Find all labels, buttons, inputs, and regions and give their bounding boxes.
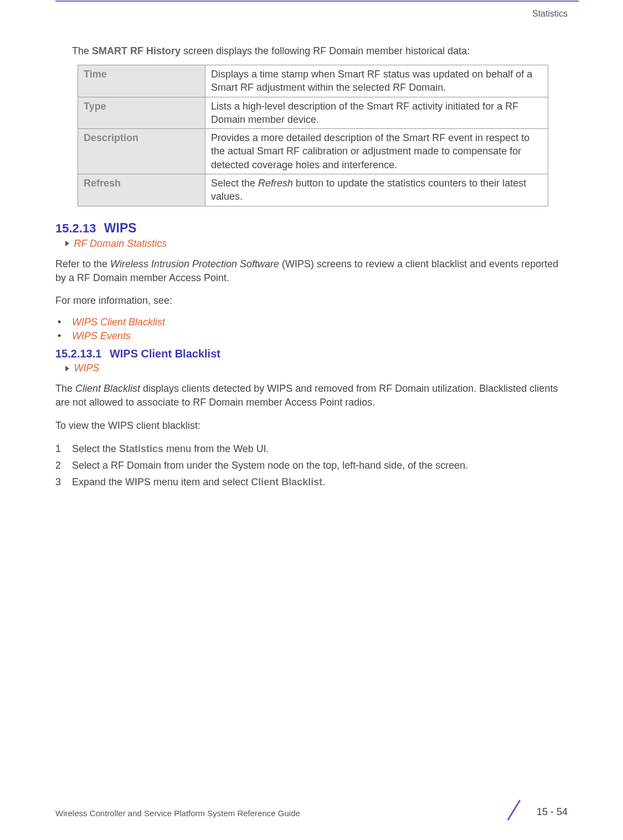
link-wips-client-blacklist[interactable]: WIPS Client Blacklist xyxy=(72,317,165,328)
intro-post: screen displays the following RF Domain … xyxy=(181,45,470,56)
link-wips-events[interactable]: WIPS Events xyxy=(72,330,131,341)
footer-slash-icon xyxy=(504,799,523,821)
table-row: Refresh Select the Refresh button to upd… xyxy=(78,174,548,206)
table-term: Description xyxy=(78,129,205,174)
more-info-label: For more information, see: xyxy=(55,294,568,308)
page-number: 15 - 54 xyxy=(537,806,568,818)
step-text: Select a RF Domain from under the System… xyxy=(72,460,468,471)
step-text: . xyxy=(322,476,325,488)
breadcrumb: RF Domain Statistics xyxy=(65,238,568,250)
step-item: Expand the WIPS menu item and select Cli… xyxy=(55,475,568,489)
list-item: WIPS Client Blacklist xyxy=(55,317,568,328)
para-italic: Client Blacklist xyxy=(75,383,140,394)
para-text: The xyxy=(55,383,75,394)
intro-paragraph: The SMART RF History screen displays the… xyxy=(55,45,568,57)
para-italic: Wireless Intrusion Protection Software xyxy=(110,258,279,269)
list-item: WIPS Events xyxy=(55,330,568,342)
more-info-list: WIPS Client Blacklist WIPS Events xyxy=(55,317,568,342)
client-blacklist-intro: The Client Blacklist displays clients de… xyxy=(55,382,568,409)
section-heading-wips: 15.2.13 WIPS xyxy=(55,221,568,236)
page-footer: Wireless Controller and Service Platform… xyxy=(55,801,568,818)
subsection-title: WIPS Client Blacklist xyxy=(110,348,220,360)
subsection-number: 15.2.13.1 xyxy=(55,348,101,360)
section-title: WIPS xyxy=(104,221,137,235)
def-text: Displays a time stamp when Smart RF stat… xyxy=(211,69,532,93)
step-item: Select the Statistics menu from the Web … xyxy=(55,442,568,456)
table-def: Select the Refresh button to update the … xyxy=(205,174,548,206)
step-text: Expand the xyxy=(72,476,125,488)
intro-pre: The xyxy=(72,45,92,56)
table-row: Time Displays a time stamp when Smart RF… xyxy=(78,65,548,97)
steps-intro: To view the WIPS client blacklist: xyxy=(55,419,568,433)
def-text: Provides a more detailed description of … xyxy=(211,132,529,170)
section-number: 15.2.13 xyxy=(55,221,96,235)
svg-line-0 xyxy=(508,800,520,820)
smart-rf-history-table: Time Displays a time stamp when Smart RF… xyxy=(78,65,548,206)
para-text: Refer to the xyxy=(55,258,110,269)
triangle-icon xyxy=(65,241,69,246)
table-term: Time xyxy=(78,65,205,97)
header-section-label: Statistics xyxy=(532,9,568,19)
table-row: Type Lists a high-level description of t… xyxy=(78,97,548,129)
step-bold: Client Blacklist xyxy=(251,476,322,488)
table-term: Refresh xyxy=(78,174,205,206)
table-row: Description Provides a more detailed des… xyxy=(78,129,548,174)
triangle-icon xyxy=(65,366,69,371)
step-text: menu from the Web UI. xyxy=(163,443,269,454)
def-text: Select the xyxy=(211,178,258,189)
breadcrumb: WIPS xyxy=(65,362,568,374)
table-def: Provides a more detailed description of … xyxy=(205,129,548,174)
step-bold: Statistics xyxy=(119,443,163,454)
def-italic: Refresh xyxy=(258,178,293,189)
step-text: Select the xyxy=(72,443,119,454)
wips-intro-paragraph: Refer to the Wireless Intrusion Protecti… xyxy=(55,257,568,285)
step-text: menu item and select xyxy=(151,476,251,488)
step-bold: WIPS xyxy=(125,476,151,488)
table-def: Lists a high-level description of the Sm… xyxy=(205,97,548,129)
steps-list: Select the Statistics menu from the Web … xyxy=(55,442,568,489)
breadcrumb-link[interactable]: RF Domain Statistics xyxy=(74,238,167,249)
step-item: Select a RF Domain from under the System… xyxy=(55,458,568,473)
page-content: The SMART RF History screen displays the… xyxy=(55,45,568,491)
footer-guide-title: Wireless Controller and Service Platform… xyxy=(55,808,300,818)
table-def: Displays a time stamp when Smart RF stat… xyxy=(205,65,548,97)
breadcrumb-link[interactable]: WIPS xyxy=(74,362,99,374)
def-text: Lists a high-level description of the Sm… xyxy=(211,101,518,125)
subsection-heading-client-blacklist: 15.2.13.1 WIPS Client Blacklist xyxy=(55,348,568,360)
table-term: Type xyxy=(78,97,205,129)
top-rule xyxy=(55,1,579,2)
intro-bold: SMART RF History xyxy=(92,45,181,56)
